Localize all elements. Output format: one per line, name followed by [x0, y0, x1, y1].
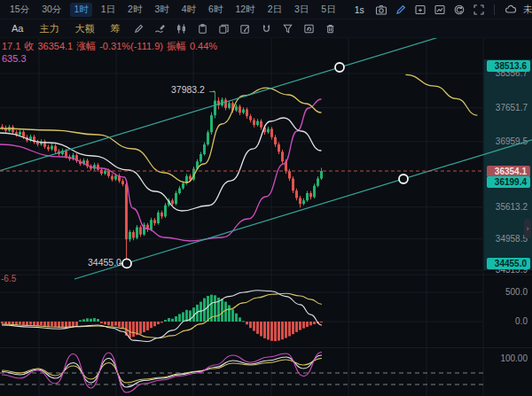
- macd-value-label: -6.5: [1, 274, 16, 283]
- change-label: 涨幅: [76, 41, 96, 51]
- arrow-right-icon: →: [207, 84, 217, 95]
- panel-collapse-handle[interactable]: ›: [524, 219, 531, 238]
- tab-6时[interactable]: 6时: [205, 3, 226, 17]
- axis-tick-label: 35613.2: [496, 202, 528, 212]
- axis-price-badge: 38513.6: [487, 60, 530, 72]
- tab-1时[interactable]: 1时: [70, 3, 91, 17]
- axis-price-badge: 34455.0: [487, 258, 530, 269]
- tab-3时[interactable]: 3时: [151, 3, 172, 17]
- axis-tick-label: 34958.5: [496, 234, 528, 244]
- tab-30分[interactable]: 30分: [38, 3, 65, 17]
- tab-4时[interactable]: 4时: [178, 3, 200, 17]
- kline-pattern-icon[interactable]: [174, 21, 188, 35]
- axis-tick-label: 500.0: [505, 287, 528, 297]
- tab-5日[interactable]: 5日: [317, 3, 339, 17]
- magnet-icon[interactable]: [259, 21, 273, 35]
- drawing-toolbar: Aa主力大额筹: [0, 19, 532, 38]
- amplitude-label: 振幅: [167, 41, 186, 51]
- filter-funnel-icon[interactable]: [280, 21, 294, 35]
- info-partial: 17.1: [2, 41, 20, 51]
- tab-2日[interactable]: 2日: [264, 3, 286, 17]
- axis-tick-label: 37651.7: [496, 103, 528, 113]
- candlestick-chart[interactable]: [0, 0, 532, 396]
- copy-icon[interactable]: [216, 21, 231, 35]
- axis-tick-label: 100.00: [500, 353, 528, 363]
- cloud-icon: [504, 3, 518, 17]
- tab-12时[interactable]: 12时: [231, 3, 258, 17]
- new-window-icon[interactable]: [414, 3, 426, 17]
- rotate-box-icon[interactable]: [301, 21, 316, 35]
- pencil-icon[interactable]: [131, 21, 145, 35]
- axis-price-badge: 36199.4: [487, 176, 530, 188]
- clipboard-icon[interactable]: [195, 21, 209, 35]
- chart-image-icon[interactable]: [434, 3, 446, 17]
- change-value: -0.31%(-111.9): [99, 41, 163, 51]
- axis-price-badge: 36354.1: [487, 166, 530, 177]
- fullscreen-icon[interactable]: [473, 3, 485, 17]
- tab-1日[interactable]: 1日: [98, 3, 119, 17]
- freehand-draw-icon[interactable]: [153, 21, 167, 35]
- trash-icon[interactable]: [323, 21, 337, 35]
- workspace-name[interactable]: 未命名: [523, 4, 532, 16]
- toolbar-divider: [494, 4, 495, 15]
- low-price-annotation: 34455.0: [88, 257, 121, 268]
- toolbar2-text-items: Aa主力大额筹: [4, 22, 128, 35]
- tool-大额[interactable]: 大额: [74, 22, 94, 35]
- draw-pencil-icon[interactable]: [395, 3, 407, 17]
- note-edit-icon[interactable]: [238, 21, 252, 35]
- timeframe-tabs: 15分30分1时1日2时3时4时6时12时2日3日5日: [4, 3, 342, 17]
- close-value: 36354.1: [37, 41, 73, 51]
- tab-2时[interactable]: 2时: [124, 3, 145, 17]
- tool-Aa[interactable]: Aa: [12, 23, 23, 34]
- tool-筹[interactable]: 筹: [110, 22, 120, 35]
- ma-info-line: 635.3: [2, 53, 27, 64]
- trading-app: 15分30分1时1日2时3时4时6时12时2日3日5日 1s: [0, 0, 532, 396]
- axis-tick-label: 36959.5: [496, 136, 528, 146]
- timeframe-toolbar: 15分30分1时1日2时3时4时6时12时2日3日5日 1s: [0, 0, 532, 19]
- tab-3日[interactable]: 3日: [291, 3, 312, 17]
- replay-icon[interactable]: [453, 3, 466, 17]
- high-price-annotation: 37983.2 →: [171, 84, 216, 95]
- close-label: 收: [24, 41, 34, 51]
- camera-icon[interactable]: [375, 3, 387, 17]
- tab-15分[interactable]: 15分: [6, 3, 33, 17]
- tool-主力[interactable]: 主力: [39, 22, 59, 35]
- axis-tick-label: 0.0: [515, 316, 528, 326]
- amplitude-value: 0.44%: [190, 41, 217, 51]
- tab-1s[interactable]: 1s: [355, 4, 364, 15]
- ohlc-info-bar: 17.1收36354.1涨幅-0.31%(-111.9)振幅0.44%: [2, 40, 221, 53]
